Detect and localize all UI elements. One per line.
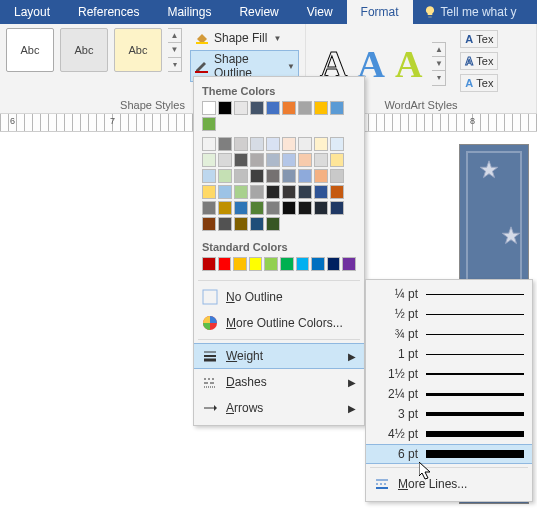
- color-swatch[interactable]: [298, 153, 312, 167]
- shape-style-thumb[interactable]: Abc: [114, 28, 162, 72]
- color-swatch[interactable]: [266, 169, 280, 183]
- color-swatch[interactable]: [266, 137, 280, 151]
- weight-option[interactable]: 3 pt: [366, 404, 532, 424]
- color-swatch[interactable]: [314, 201, 328, 215]
- color-swatch[interactable]: [330, 101, 344, 115]
- color-swatch[interactable]: [330, 137, 344, 151]
- color-swatch[interactable]: [282, 137, 296, 151]
- color-swatch[interactable]: [311, 257, 325, 271]
- shape-style-gallery[interactable]: Abc Abc Abc ▲▼▾: [6, 28, 182, 72]
- color-swatch[interactable]: [234, 169, 248, 183]
- color-swatch[interactable]: [266, 217, 280, 231]
- color-swatch[interactable]: [282, 185, 296, 199]
- color-swatch[interactable]: [234, 201, 248, 215]
- weight-option[interactable]: 1 pt: [366, 344, 532, 364]
- color-swatch[interactable]: [218, 169, 232, 183]
- more-colors-item[interactable]: More Outline Colors...: [194, 310, 364, 336]
- color-swatch[interactable]: [298, 185, 312, 199]
- wordart-thumb[interactable]: A: [395, 45, 422, 83]
- color-swatch[interactable]: [250, 201, 264, 215]
- shape-fill-button[interactable]: Shape Fill▼: [190, 28, 299, 48]
- color-swatch[interactable]: [266, 153, 280, 167]
- color-swatch[interactable]: [330, 185, 344, 199]
- color-swatch[interactable]: [234, 137, 248, 151]
- text-fill-button[interactable]: ATex: [460, 30, 498, 48]
- color-swatch[interactable]: [314, 169, 328, 183]
- tab-mailings[interactable]: Mailings: [153, 0, 225, 24]
- color-swatch[interactable]: [218, 201, 232, 215]
- color-swatch[interactable]: [202, 257, 216, 271]
- color-swatch[interactable]: [264, 257, 278, 271]
- color-swatch[interactable]: [250, 169, 264, 183]
- color-swatch[interactable]: [327, 257, 341, 271]
- color-swatch[interactable]: [266, 185, 280, 199]
- weight-option[interactable]: 2¼ pt: [366, 384, 532, 404]
- color-swatch[interactable]: [202, 185, 216, 199]
- text-effects-button[interactable]: ATex: [460, 74, 498, 92]
- color-swatch[interactable]: [202, 201, 216, 215]
- more-lines-item[interactable]: More Lines...: [366, 471, 532, 497]
- star-shape[interactable]: [478, 159, 500, 181]
- no-outline-item[interactable]: No Outline: [194, 284, 364, 310]
- color-swatch[interactable]: [282, 153, 296, 167]
- color-swatch[interactable]: [250, 101, 264, 115]
- color-swatch[interactable]: [282, 169, 296, 183]
- color-swatch[interactable]: [234, 153, 248, 167]
- color-swatch[interactable]: [266, 101, 280, 115]
- color-swatch[interactable]: [218, 137, 232, 151]
- color-swatch[interactable]: [298, 201, 312, 215]
- star-shape[interactable]: [500, 225, 522, 247]
- color-swatch[interactable]: [314, 185, 328, 199]
- arrows-item[interactable]: Arrows ▶: [194, 395, 364, 421]
- gallery-more-button[interactable]: ▲▼▾: [432, 42, 446, 86]
- color-swatch[interactable]: [296, 257, 310, 271]
- color-swatch[interactable]: [218, 185, 232, 199]
- color-swatch[interactable]: [250, 153, 264, 167]
- color-swatch[interactable]: [234, 217, 248, 231]
- color-swatch[interactable]: [233, 257, 247, 271]
- color-swatch[interactable]: [314, 137, 328, 151]
- color-swatch[interactable]: [202, 217, 216, 231]
- text-outline-button[interactable]: ATex: [460, 52, 498, 70]
- color-swatch[interactable]: [202, 101, 216, 115]
- weight-item[interactable]: Weight ▶: [194, 343, 364, 369]
- color-swatch[interactable]: [282, 101, 296, 115]
- shape-style-thumb[interactable]: Abc: [6, 28, 54, 72]
- gallery-more-button[interactable]: ▲▼▾: [168, 28, 182, 72]
- color-swatch[interactable]: [250, 137, 264, 151]
- color-swatch[interactable]: [250, 185, 264, 199]
- color-swatch[interactable]: [202, 169, 216, 183]
- color-swatch[interactable]: [234, 101, 248, 115]
- color-swatch[interactable]: [314, 153, 328, 167]
- color-swatch[interactable]: [218, 257, 232, 271]
- color-swatch[interactable]: [314, 101, 328, 115]
- color-swatch[interactable]: [218, 101, 232, 115]
- color-swatch[interactable]: [330, 153, 344, 167]
- color-swatch[interactable]: [250, 217, 264, 231]
- weight-option[interactable]: ¼ pt: [366, 284, 532, 304]
- shape-style-thumb[interactable]: Abc: [60, 28, 108, 72]
- color-swatch[interactable]: [298, 137, 312, 151]
- color-swatch[interactable]: [249, 257, 263, 271]
- tab-view[interactable]: View: [293, 0, 347, 24]
- tab-format[interactable]: Format: [347, 0, 413, 24]
- color-swatch[interactable]: [202, 153, 216, 167]
- color-swatch[interactable]: [280, 257, 294, 271]
- color-swatch[interactable]: [202, 117, 216, 131]
- color-swatch[interactable]: [282, 201, 296, 215]
- dashes-item[interactable]: Dashes ▶: [194, 369, 364, 395]
- color-swatch[interactable]: [298, 101, 312, 115]
- weight-option[interactable]: ¾ pt: [366, 324, 532, 344]
- tab-references[interactable]: References: [64, 0, 153, 24]
- color-swatch[interactable]: [234, 185, 248, 199]
- weight-option[interactable]: 1½ pt: [366, 364, 532, 384]
- color-swatch[interactable]: [218, 153, 232, 167]
- color-swatch[interactable]: [330, 169, 344, 183]
- tell-me-search[interactable]: Tell me what y: [413, 0, 517, 24]
- color-swatch[interactable]: [330, 201, 344, 215]
- color-swatch[interactable]: [266, 201, 280, 215]
- weight-option[interactable]: 6 pt: [366, 444, 532, 464]
- color-swatch[interactable]: [298, 169, 312, 183]
- color-swatch[interactable]: [218, 217, 232, 231]
- tab-layout[interactable]: Layout: [0, 0, 64, 24]
